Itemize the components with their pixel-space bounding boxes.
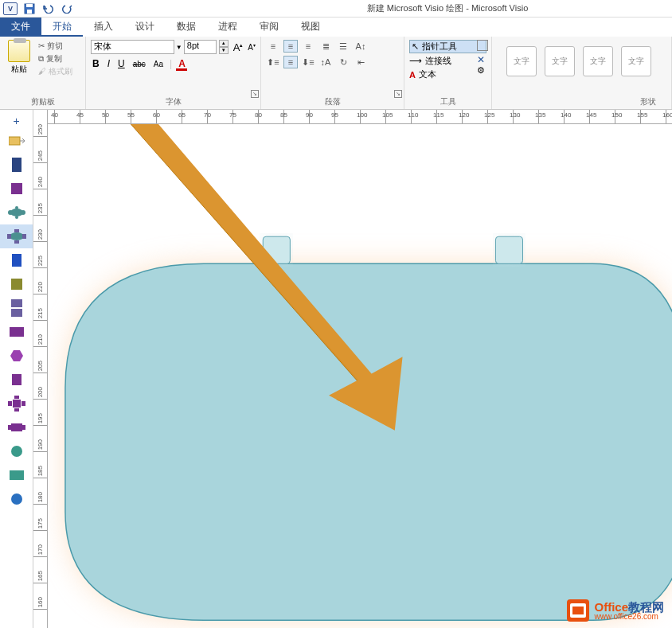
watermark: Office教程网 www.office26.com xyxy=(567,599,664,622)
svg-rect-15 xyxy=(14,240,19,244)
stencil-square-arrow-icon[interactable] xyxy=(0,129,33,153)
stencil-circle-teal-icon[interactable] xyxy=(0,439,33,463)
shrink-font-icon[interactable]: A▾ xyxy=(248,42,256,52)
ribbon: 粘贴 ✂ 剪切 ⧉ 复制 🖌 格式刷 剪贴板 宋体 ▼ 8pt ▲ ▼ A▴ A… xyxy=(0,37,672,110)
svg-point-9 xyxy=(15,206,18,209)
size-up-icon[interactable]: ▲ xyxy=(219,40,229,47)
connector-tool-button[interactable]: ⟶ 连接线 xyxy=(409,55,486,67)
underline-button[interactable]: U xyxy=(116,57,127,70)
bold-button[interactable]: B xyxy=(91,57,101,70)
italic-button[interactable]: I xyxy=(106,57,111,70)
redo-icon[interactable] xyxy=(59,1,76,17)
stencil-rect-blue-icon[interactable] xyxy=(0,153,33,177)
svg-rect-12 xyxy=(7,234,11,239)
stencil-blue-square-icon[interactable] xyxy=(0,248,33,272)
paragraph-launcher-icon[interactable]: ↘ xyxy=(394,90,402,98)
drawing-canvas[interactable] xyxy=(48,124,672,628)
font-size-select[interactable]: 8pt xyxy=(184,40,217,54)
stencil-cluster-purple-icon[interactable] xyxy=(0,392,33,415)
stencil-circle-blue-icon[interactable] xyxy=(0,487,33,511)
svg-rect-1 xyxy=(26,4,33,7)
rectangle-tool-icon[interactable] xyxy=(477,40,488,51)
undo-icon[interactable] xyxy=(40,1,57,17)
group-tools: ↖ 指针工具 ⟶ 连接线 A 文本 ✕ ⚙ 工具 xyxy=(404,37,492,109)
stencil-plus-icon[interactable]: + xyxy=(0,113,33,129)
pointer-tool-button[interactable]: ↖ 指针工具 xyxy=(409,40,486,53)
paste-icon xyxy=(8,40,30,62)
svg-rect-18 xyxy=(11,299,22,307)
svg-rect-19 xyxy=(11,309,22,317)
stencil-wide-purple2-icon[interactable] xyxy=(0,415,33,439)
tab-home[interactable]: 开始 xyxy=(41,18,83,37)
font-color-button[interactable]: A xyxy=(177,57,187,70)
bullets-icon[interactable]: ☰ xyxy=(336,40,350,53)
app-icon[interactable]: V xyxy=(2,1,19,17)
valign-top-icon[interactable]: ⬆≡ xyxy=(266,56,280,68)
tab-data[interactable]: 数据 xyxy=(166,18,207,37)
svg-point-11 xyxy=(10,232,24,240)
group-clipboard: 粘贴 ✂ 剪切 ⧉ 复制 🖌 格式刷 剪贴板 xyxy=(0,37,86,109)
valign-mid-icon[interactable]: ≡ xyxy=(283,56,298,68)
align-left-icon[interactable]: ≡ xyxy=(266,40,280,53)
svg-rect-27 xyxy=(14,408,19,412)
stencil-rect-teal-icon[interactable] xyxy=(0,463,33,487)
svg-point-33 xyxy=(11,493,22,505)
tab-review[interactable]: 审阅 xyxy=(248,18,290,37)
svg-rect-22 xyxy=(12,374,21,385)
format-painter-button[interactable]: 🖌 格式刷 xyxy=(38,65,72,78)
stencil-hexagon-icon[interactable] xyxy=(0,344,33,368)
text-tool-button[interactable]: A 文本 xyxy=(409,68,486,80)
shape-style-2[interactable]: 文字 xyxy=(545,46,575,76)
stencil-small-purple-icon[interactable] xyxy=(0,368,33,392)
stencil-double-rect-icon[interactable] xyxy=(0,296,33,320)
line-spacing-icon[interactable]: ↕A xyxy=(318,56,333,68)
indent-icon[interactable]: ⇤ xyxy=(354,56,368,68)
svg-point-10 xyxy=(15,216,18,219)
copy-button[interactable]: ⧉ 复制 xyxy=(38,53,72,65)
shape-style-3[interactable]: 文字 xyxy=(583,46,613,76)
strike-button[interactable]: abc xyxy=(131,59,147,69)
save-icon[interactable] xyxy=(21,1,38,17)
grow-font-icon[interactable]: A▴ xyxy=(233,41,244,53)
svg-rect-26 xyxy=(14,396,19,399)
paste-label: 粘贴 xyxy=(11,64,27,75)
crosshair-icon[interactable]: ✕ xyxy=(477,54,488,65)
shape-style-4[interactable]: 文字 xyxy=(621,46,651,76)
align-center-icon[interactable]: ≡ xyxy=(283,40,298,53)
justify-icon[interactable]: ≣ xyxy=(318,40,333,53)
tab-file[interactable]: 文件 xyxy=(0,18,41,37)
tab-view[interactable]: 视图 xyxy=(290,18,331,37)
paragraph-label: 段落 xyxy=(266,96,399,107)
svg-rect-17 xyxy=(11,279,22,290)
size-down-icon[interactable]: ▼ xyxy=(219,47,229,54)
font-family-select[interactable]: 宋体 xyxy=(91,40,174,54)
svg-point-8 xyxy=(21,210,25,215)
stencil-olive-square-icon[interactable] xyxy=(0,272,33,296)
stencil-rect-purple-icon[interactable] xyxy=(0,177,33,201)
stencil-cluster-teal-icon[interactable] xyxy=(0,201,33,224)
canvas-area: 4045505560657075808590951001051101151201… xyxy=(48,110,672,628)
quick-access-toolbar: V xyxy=(0,1,76,17)
svg-rect-32 xyxy=(10,470,24,480)
tab-process[interactable]: 进程 xyxy=(207,18,248,37)
stencil-wide-purple-icon[interactable] xyxy=(0,320,33,344)
text-direction-icon[interactable]: A↕ xyxy=(354,40,368,53)
tab-design[interactable]: 设计 xyxy=(124,18,166,37)
title-bar: V 新建 Microsoft Visio 绘图 - Microsoft Visi… xyxy=(0,0,672,18)
cut-button[interactable]: ✂ 剪切 xyxy=(38,40,72,53)
workspace: + 25024524023523022522021521020520019519… xyxy=(0,110,672,628)
svg-rect-20 xyxy=(10,327,24,337)
svg-rect-5 xyxy=(11,183,22,194)
rotate-icon[interactable]: ↻ xyxy=(336,56,350,68)
shapes-label: 形状 xyxy=(640,96,656,107)
align-right-icon[interactable]: ≡ xyxy=(301,40,315,53)
tools-misc-icon[interactable]: ⚙ xyxy=(477,65,488,76)
shape-style-1[interactable]: 文字 xyxy=(506,46,537,76)
case-button[interactable]: Aa xyxy=(152,59,165,69)
tab-insert[interactable]: 插入 xyxy=(83,18,124,37)
stencil-cluster4-icon[interactable] xyxy=(0,224,33,248)
valign-bot-icon[interactable]: ⬇≡ xyxy=(301,56,315,68)
paste-button[interactable]: 粘贴 xyxy=(5,40,33,78)
font-launcher-icon[interactable]: ↘ xyxy=(251,90,259,98)
font-label: 字体 xyxy=(91,96,256,107)
